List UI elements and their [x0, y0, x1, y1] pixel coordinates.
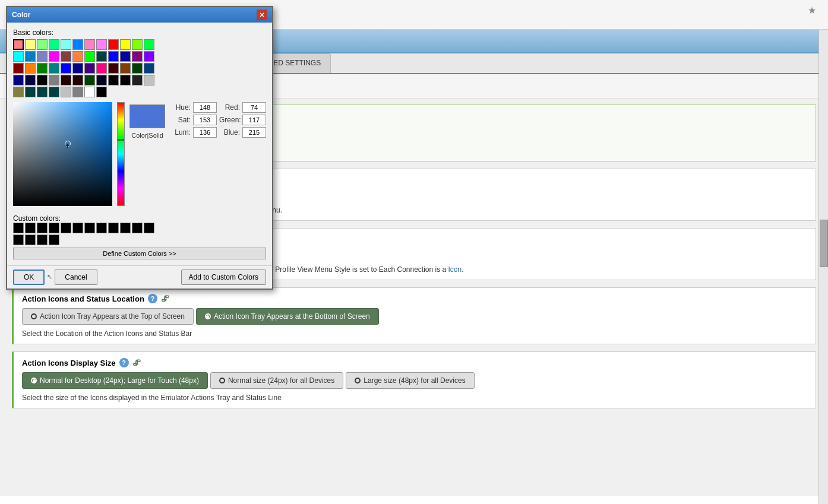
action-icons-display-help-icon[interactable]: ?: [119, 358, 129, 367]
color-spectrum[interactable]: +: [13, 102, 112, 206]
hue-input[interactable]: [193, 102, 217, 113]
lum-input[interactable]: [193, 127, 217, 138]
custom-color-cell[interactable]: [49, 223, 59, 233]
large-48px-button[interactable]: Large size (48px) for all Devices: [346, 372, 474, 389]
basic-color-cell[interactable]: [84, 87, 95, 97]
basic-color-cell[interactable]: [144, 39, 154, 50]
color-cancel-button[interactable]: Cancel: [55, 270, 97, 285]
basic-color-cell[interactable]: [13, 87, 24, 97]
action-icons-display-toggle: Normal for Desktop (24px); Large for Tou…: [22, 372, 807, 389]
basic-color-cell[interactable]: [61, 39, 71, 50]
basic-color-cell[interactable]: [96, 75, 107, 85]
basic-color-cell[interactable]: [144, 51, 154, 62]
basic-color-cell[interactable]: [132, 39, 143, 50]
basic-color-cell[interactable]: [120, 75, 131, 85]
basic-color-cell[interactable]: [132, 51, 143, 62]
basic-color-cell[interactable]: [25, 39, 36, 50]
basic-color-cell[interactable]: [13, 75, 24, 85]
basic-color-cell[interactable]: [132, 63, 143, 74]
basic-color-cell[interactable]: [144, 63, 154, 74]
basic-color-cell[interactable]: [108, 75, 119, 85]
action-top-button[interactable]: Action Icon Tray Appears at the Top of S…: [22, 308, 194, 325]
basic-color-cell[interactable]: [61, 87, 71, 97]
custom-color-cell[interactable]: [25, 223, 36, 233]
bookmark-icon[interactable]: ★: [808, 5, 816, 16]
basic-color-cell[interactable]: [96, 39, 107, 50]
color-dialog-close-button[interactable]: ×: [257, 9, 267, 20]
basic-color-cell[interactable]: [37, 51, 48, 62]
basic-color-cell[interactable]: [49, 51, 59, 62]
custom-color-cell[interactable]: [132, 223, 143, 233]
scrollbar[interactable]: [818, 30, 828, 504]
basic-color-cell[interactable]: [25, 63, 36, 74]
basic-color-cell[interactable]: [72, 87, 83, 97]
basic-color-cell[interactable]: [13, 39, 24, 50]
custom-color-cell[interactable]: [25, 234, 36, 245]
basic-color-cell[interactable]: [13, 63, 24, 74]
custom-colors-section: Custom colors: Define Custom Colors >>: [13, 211, 266, 259]
basic-color-cell[interactable]: [84, 39, 95, 50]
basic-color-cell[interactable]: [37, 87, 48, 97]
custom-color-cell[interactable]: [144, 223, 154, 233]
basic-color-cell[interactable]: [61, 51, 71, 62]
basic-color-cell[interactable]: [84, 63, 95, 74]
custom-color-cell[interactable]: [84, 223, 95, 233]
basic-color-cell[interactable]: [37, 39, 48, 50]
basic-color-cell[interactable]: [96, 87, 107, 97]
basic-color-cell[interactable]: [120, 63, 131, 74]
basic-color-cell[interactable]: [84, 75, 95, 85]
basic-color-cell[interactable]: [144, 75, 154, 85]
action-bottom-button[interactable]: Action Icon Tray Appears at the Bottom o…: [196, 308, 379, 325]
red-input[interactable]: [242, 102, 266, 113]
lum-row: Lum: Blue:: [170, 127, 266, 138]
basic-color-cell[interactable]: [72, 39, 83, 50]
hue-strip[interactable]: [117, 102, 125, 206]
custom-color-cell[interactable]: [61, 223, 71, 233]
basic-color-cell[interactable]: [72, 75, 83, 85]
basic-color-cell[interactable]: [132, 75, 143, 85]
scrollbar-thumb[interactable]: [820, 220, 828, 267]
basic-color-cell[interactable]: [96, 63, 107, 74]
color-ok-button[interactable]: OK: [13, 270, 45, 285]
custom-color-cell[interactable]: [72, 223, 83, 233]
basic-color-cell[interactable]: [25, 87, 36, 97]
action-icons-display-description: Select the size of the Icons displayed i…: [22, 394, 807, 402]
basic-color-cell[interactable]: [37, 63, 48, 74]
normal-desktop-button[interactable]: Normal for Desktop (24px); Large for Tou…: [22, 372, 208, 389]
basic-color-cell[interactable]: [37, 75, 48, 85]
blue-input[interactable]: [242, 127, 266, 138]
basic-color-cell[interactable]: [13, 51, 24, 62]
define-custom-colors-button[interactable]: Define Custom Colors >>: [13, 248, 266, 259]
custom-color-cell[interactable]: [120, 223, 131, 233]
view-menu-icons-bg-link[interactable]: Icon: [448, 265, 462, 274]
basic-color-cell[interactable]: [25, 75, 36, 85]
basic-color-cell[interactable]: [108, 39, 119, 50]
basic-color-cell[interactable]: [49, 75, 59, 85]
green-input[interactable]: [242, 115, 266, 125]
normal-24px-button[interactable]: Normal size (24px) for all Devices: [210, 372, 343, 389]
custom-color-cell[interactable]: [49, 234, 59, 245]
custom-color-cell[interactable]: [96, 223, 107, 233]
basic-color-cell[interactable]: [72, 51, 83, 62]
action-icons-location-help-icon[interactable]: ?: [148, 294, 157, 303]
basic-color-cell[interactable]: [49, 63, 59, 74]
basic-color-cell[interactable]: [96, 51, 107, 62]
basic-color-cell[interactable]: [72, 63, 83, 74]
basic-color-cell[interactable]: [61, 63, 71, 74]
basic-color-cell[interactable]: [61, 75, 71, 85]
custom-color-cell[interactable]: [37, 223, 48, 233]
basic-color-cell[interactable]: [120, 39, 131, 50]
basic-color-cell[interactable]: [25, 51, 36, 62]
basic-color-cell[interactable]: [108, 63, 119, 74]
custom-color-cell[interactable]: [13, 234, 24, 245]
basic-color-cell[interactable]: [49, 87, 59, 97]
custom-color-cell[interactable]: [37, 234, 48, 245]
sat-input[interactable]: [193, 115, 217, 125]
add-to-custom-colors-button[interactable]: Add to Custom Colors: [181, 270, 266, 285]
basic-color-cell[interactable]: [49, 39, 59, 50]
basic-color-cell[interactable]: [120, 51, 131, 62]
custom-color-cell[interactable]: [13, 223, 24, 233]
basic-color-cell[interactable]: [108, 51, 119, 62]
basic-color-cell[interactable]: [84, 51, 95, 62]
custom-color-cell[interactable]: [108, 223, 119, 233]
